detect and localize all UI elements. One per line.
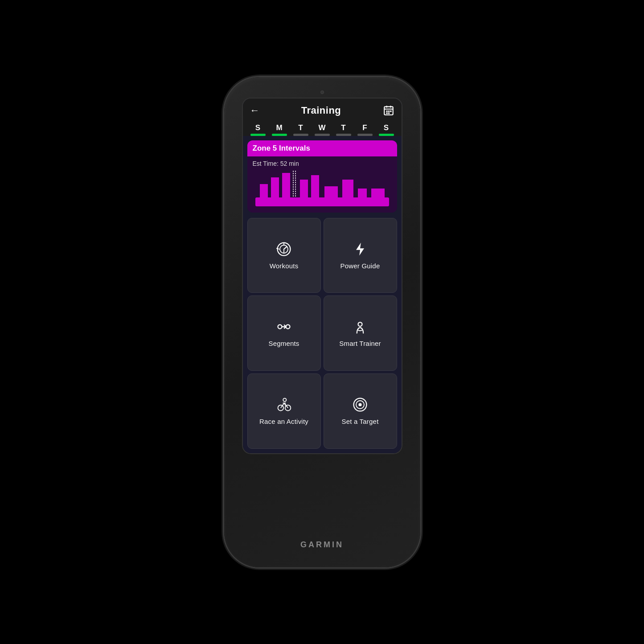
- day-bar-3: [315, 134, 330, 136]
- svg-rect-11: [271, 177, 279, 197]
- day-bar-1: [272, 134, 287, 136]
- est-time: Est Time: 52 min: [253, 160, 392, 167]
- menu-item-workouts[interactable]: Workouts: [247, 218, 321, 293]
- svg-rect-18: [342, 180, 353, 197]
- svg-point-29: [286, 325, 290, 329]
- race-icon: [276, 397, 292, 415]
- day-item-2[interactable]: T: [293, 123, 308, 136]
- day-selector: SMTWTFS: [243, 121, 402, 136]
- svg-rect-17: [324, 186, 338, 197]
- garmin-brand: GARMIN: [300, 540, 344, 550]
- svg-point-28: [278, 325, 282, 329]
- device-top: ← Training: [233, 90, 411, 454]
- day-item-4[interactable]: T: [336, 123, 351, 136]
- svg-point-43: [358, 403, 361, 406]
- day-bar-5: [357, 134, 373, 136]
- workout-card[interactable]: Zone 5 Intervals Est Time: 52 min: [247, 140, 397, 213]
- svg-marker-27: [356, 242, 364, 255]
- svg-rect-19: [358, 189, 367, 197]
- day-label-4: T: [341, 123, 345, 132]
- menu-item-segments[interactable]: Segments: [247, 295, 321, 371]
- page-title: Training: [301, 105, 341, 116]
- page-wrapper: ← Training: [0, 0, 644, 644]
- day-item-1[interactable]: M: [272, 123, 287, 136]
- day-item-3[interactable]: W: [315, 123, 330, 136]
- workouts-icon: [276, 241, 292, 259]
- workout-card-header: Zone 5 Intervals: [247, 140, 397, 156]
- garmin-device: ← Training: [224, 77, 420, 567]
- svg-rect-16: [311, 175, 319, 197]
- day-bar-2: [293, 134, 308, 136]
- menu-label-set-target: Set a Target: [341, 418, 378, 425]
- day-bar-0: [250, 134, 266, 136]
- menu-label-power-guide: Power Guide: [340, 262, 380, 270]
- menu-label-workouts: Workouts: [270, 262, 299, 270]
- menu-item-race-activity[interactable]: Race an Activity: [247, 373, 321, 449]
- day-label-6: S: [384, 123, 389, 132]
- workout-name: Zone 5 Intervals: [253, 144, 310, 152]
- menu-label-race-activity: Race an Activity: [259, 418, 308, 425]
- svg-rect-15: [300, 180, 308, 197]
- menu-label-smart-trainer: Smart Trainer: [339, 340, 381, 347]
- svg-rect-9: [255, 197, 389, 206]
- power-icon: [352, 241, 368, 259]
- day-label-3: W: [318, 123, 325, 132]
- menu-item-set-target[interactable]: Set a Target: [324, 373, 397, 449]
- day-item-5[interactable]: F: [357, 123, 373, 136]
- svg-point-33: [358, 323, 362, 327]
- day-label-1: M: [276, 123, 282, 132]
- day-label-5: F: [362, 123, 367, 132]
- screen-bezel: ← Training: [242, 98, 402, 454]
- svg-rect-12: [282, 173, 290, 197]
- screen: ← Training: [243, 98, 402, 453]
- menu-label-segments: Segments: [268, 340, 299, 347]
- workout-card-body: Est Time: 52 min: [247, 156, 397, 213]
- day-item-0[interactable]: S: [250, 123, 266, 136]
- smart-trainer-icon: [352, 319, 368, 337]
- svg-rect-10: [260, 184, 268, 197]
- menu-item-smart-trainer[interactable]: Smart Trainer: [324, 295, 397, 371]
- day-item-6[interactable]: S: [379, 123, 394, 136]
- header: ← Training: [243, 98, 402, 121]
- svg-rect-5: [388, 111, 389, 112]
- calendar-icon[interactable]: [383, 105, 394, 116]
- svg-rect-8: [388, 112, 389, 114]
- day-label-0: S: [255, 123, 260, 132]
- day-label-2: T: [298, 123, 303, 132]
- segments-icon: [276, 319, 292, 337]
- camera-notch: [320, 90, 324, 94]
- svg-line-24: [284, 246, 287, 249]
- workout-chart: [253, 171, 392, 206]
- day-bar-6: [379, 134, 394, 136]
- target-icon: [352, 397, 368, 415]
- back-button[interactable]: ←: [250, 105, 260, 116]
- menu-grid: Workouts Power Guide Segments Smart Trai…: [243, 216, 402, 453]
- svg-rect-7: [386, 112, 387, 114]
- svg-rect-4: [386, 111, 387, 112]
- svg-rect-20: [371, 189, 385, 197]
- day-bar-4: [336, 134, 351, 136]
- svg-rect-6: [390, 111, 391, 112]
- svg-point-34: [283, 398, 286, 402]
- menu-item-power-guide[interactable]: Power Guide: [324, 218, 397, 293]
